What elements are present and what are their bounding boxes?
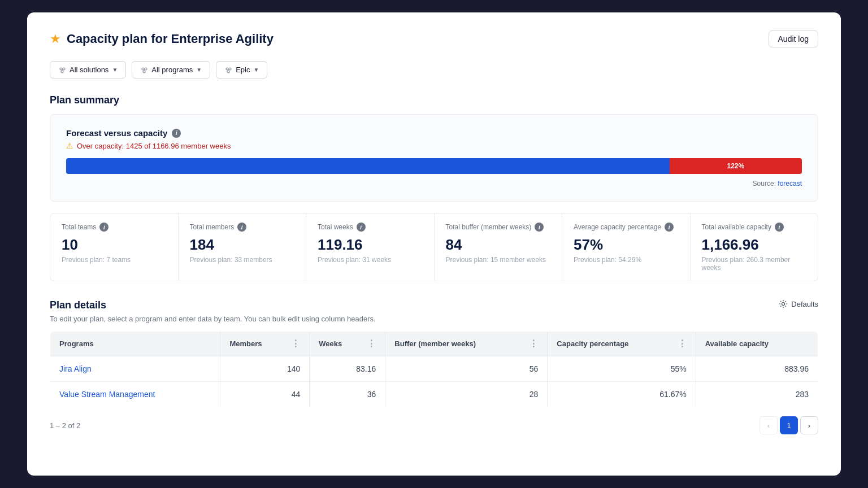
- source-link[interactable]: forecast: [778, 180, 802, 188]
- col-dots-capacity_pct[interactable]: ⋮: [678, 338, 687, 349]
- table-cell-0-programs[interactable]: Jira Align: [50, 356, 220, 382]
- stat-previous: Previous plan: 31 weeks: [318, 256, 423, 264]
- table-row: Jira Align14083.165655%883.96: [50, 356, 818, 382]
- epic-icon: [224, 66, 232, 74]
- stat-label-row: Total teams i: [62, 223, 167, 232]
- stats-row: Total teams i 10 Previous plan: 7 teams …: [50, 213, 818, 281]
- star-icon: ★: [50, 32, 61, 46]
- filter-all-programs[interactable]: All programs ▼: [132, 61, 210, 79]
- svg-point-9: [229, 68, 231, 70]
- defaults-button[interactable]: Defaults: [779, 299, 818, 308]
- table-cell-0-available_capacity: 883.96: [696, 356, 818, 382]
- table-row: Value Stream Management44362861.67%283: [50, 382, 818, 407]
- col-header-programs: Programs: [50, 332, 220, 356]
- col-header-weeks: Weeks⋮: [310, 332, 385, 356]
- page-title: Capacity plan for Enterprise Agility: [67, 32, 274, 46]
- table-cell-1-weeks: 36: [310, 382, 385, 407]
- pagination-row: 1 – 2 of 2 ‹ 1 ›: [50, 416, 818, 434]
- stat-card-0: Total teams i 10 Previous plan: 7 teams: [50, 213, 179, 281]
- col-dots-members[interactable]: ⋮: [291, 338, 300, 349]
- filter-bar: All solutions ▼ All programs ▼ Epic ▼: [50, 61, 818, 79]
- table-cell-1-available_capacity: 283: [696, 382, 818, 407]
- pagination-prev[interactable]: ‹: [760, 416, 778, 434]
- program-link-1[interactable]: Value Stream Management: [59, 390, 155, 399]
- stat-card-5: Total available capacity i 1,166.96 Prev…: [691, 213, 818, 281]
- epic-label: Epic: [236, 66, 250, 74]
- col-dots-buffer[interactable]: ⋮: [529, 338, 538, 349]
- stat-previous: Previous plan: 54.29%: [574, 256, 679, 264]
- audit-log-button[interactable]: Audit log: [769, 30, 818, 47]
- col-label-programs: Programs: [59, 339, 94, 348]
- all-programs-label: All programs: [151, 66, 193, 74]
- stat-previous: Previous plan: 260.3 member weeks: [702, 256, 807, 272]
- pagination-next[interactable]: ›: [800, 416, 818, 434]
- svg-point-5: [145, 68, 147, 70]
- filter-all-solutions[interactable]: All solutions ▼: [50, 61, 126, 79]
- stat-label: Total weeks: [318, 223, 353, 231]
- settings-icon: [779, 299, 788, 308]
- stat-info-icon[interactable]: i: [665, 223, 674, 232]
- col-header-buffer: Buffer (member weeks)⋮: [385, 332, 548, 356]
- stat-previous: Previous plan: 7 teams: [62, 256, 167, 264]
- stat-info-icon[interactable]: i: [237, 223, 246, 232]
- stat-value: 84: [446, 236, 551, 254]
- stat-info-icon[interactable]: i: [99, 223, 108, 232]
- stat-label-row: Total available capacity i: [702, 223, 807, 232]
- stat-info-icon[interactable]: i: [357, 223, 366, 232]
- table-cell-0-members: 140: [220, 356, 310, 382]
- col-header-capacity_pct: Capacity percentage⋮: [548, 332, 696, 356]
- svg-point-0: [60, 68, 62, 70]
- source-row: Source: forecast: [66, 180, 802, 188]
- header: ★ Capacity plan for Enterprise Agility A…: [50, 30, 818, 47]
- program-link-0[interactable]: Jira Align: [59, 364, 92, 373]
- filter-epic[interactable]: Epic ▼: [216, 61, 267, 79]
- stat-previous: Previous plan: 33 members: [190, 256, 295, 264]
- stat-card-3: Total buffer (member weeks) i 84 Previou…: [435, 213, 563, 281]
- stat-label: Total available capacity: [702, 223, 771, 231]
- table-cell-1-programs[interactable]: Value Stream Management: [50, 382, 220, 407]
- col-header-members: Members⋮: [220, 332, 310, 356]
- stat-info-icon[interactable]: i: [775, 223, 784, 232]
- progress-red-segment: 122%: [670, 158, 802, 174]
- stat-label-row: Total buffer (member weeks) i: [446, 223, 551, 232]
- col-label-weeks: Weeks: [319, 339, 342, 348]
- plan-details-table: ProgramsMembers⋮Weeks⋮Buffer (member wee…: [50, 331, 818, 407]
- solutions-icon: [58, 66, 66, 74]
- solutions-chevron: ▼: [112, 67, 118, 73]
- pagination-page-1[interactable]: 1: [780, 416, 798, 434]
- forecast-info-icon[interactable]: i: [172, 129, 181, 138]
- plan-details-header: Plan details Defaults: [50, 299, 818, 311]
- svg-point-2: [61, 71, 63, 73]
- over-capacity-text: Over capacity: 1425 of 1166.96 member we…: [77, 142, 231, 150]
- table-cell-1-members: 44: [220, 382, 310, 407]
- all-solutions-label: All solutions: [70, 66, 108, 74]
- stat-value: 119.16: [318, 236, 423, 254]
- forecast-title: Forecast versus capacity: [66, 128, 167, 138]
- table-cell-0-weeks: 83.16: [310, 356, 385, 382]
- forecast-title-row: Forecast versus capacity i: [66, 128, 802, 138]
- stat-card-4: Average capacity percentage i 57% Previo…: [562, 213, 691, 281]
- stat-label-row: Total members i: [190, 223, 295, 232]
- stat-value: 10: [62, 236, 167, 254]
- stat-previous: Previous plan: 15 member weeks: [446, 256, 551, 264]
- svg-point-1: [63, 68, 65, 70]
- defaults-label: Defaults: [791, 300, 818, 308]
- progress-blue-segment: [66, 158, 670, 174]
- plan-details-titles: Plan details: [50, 299, 106, 311]
- table-cell-1-buffer: 28: [385, 382, 548, 407]
- progress-red-label: 122%: [727, 162, 744, 170]
- stat-label: Average capacity percentage: [574, 223, 661, 231]
- pagination-info: 1 – 2 of 2: [50, 421, 80, 430]
- col-dots-weeks[interactable]: ⋮: [367, 338, 376, 349]
- stat-label: Total members: [190, 223, 235, 231]
- over-capacity-message: ⚠ Over capacity: 1425 of 1166.96 member …: [66, 141, 802, 150]
- col-header-available_capacity: Available capacity: [696, 332, 818, 356]
- table-body: Jira Align14083.165655%883.96Value Strea…: [50, 356, 818, 407]
- programs-chevron: ▼: [196, 67, 202, 73]
- stat-label: Total buffer (member weeks): [446, 223, 532, 231]
- col-label-capacity_pct: Capacity percentage: [557, 339, 628, 348]
- table-cell-0-capacity_pct: 55%: [548, 356, 696, 382]
- stat-info-icon[interactable]: i: [535, 223, 544, 232]
- stat-value: 57%: [574, 236, 679, 254]
- plan-details-title: Plan details: [50, 299, 106, 311]
